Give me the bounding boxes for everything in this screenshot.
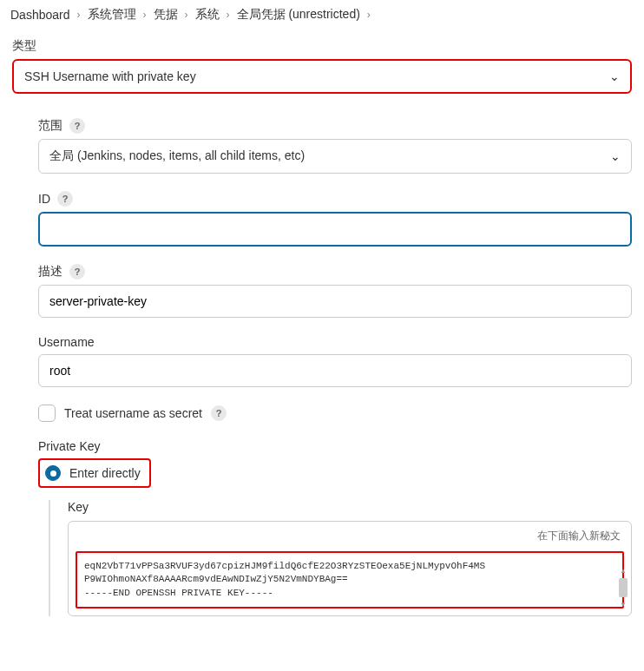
help-icon[interactable]: ?: [57, 191, 73, 207]
chevron-right-icon: ›: [76, 9, 82, 21]
chevron-right-icon: ›: [141, 9, 148, 21]
treat-username-secret-label: Treat username as secret: [64, 406, 202, 420]
private-key-textarea[interactable]: 在下面输入新秘文 eqN2VbT71vPPSa3RVUF3yd67cpizHJM…: [68, 521, 632, 616]
chevron-down-icon: ⌄: [610, 149, 621, 163]
kind-label: 类型: [12, 38, 632, 54]
key-line: -----END OPENSSH PRIVATE KEY-----: [84, 587, 615, 600]
id-input[interactable]: [38, 212, 632, 247]
description-label: 描述: [38, 264, 62, 280]
breadcrumb-dashboard[interactable]: Dashboard: [10, 8, 70, 22]
help-icon[interactable]: ?: [211, 405, 227, 421]
kind-select-value: SSH Username with private key: [24, 69, 196, 83]
treat-username-secret-checkbox[interactable]: [38, 405, 56, 422]
username-label: Username: [38, 335, 95, 349]
chevron-right-icon: ›: [365, 9, 372, 21]
kind-select[interactable]: SSH Username with private key ⌄: [12, 59, 632, 94]
breadcrumb-global-credentials[interactable]: 全局凭据 (unrestricted): [237, 7, 360, 23]
chevron-right-icon: ›: [183, 9, 190, 21]
scope-select-value: 全局 (Jenkins, nodes, items, all child ite…: [49, 148, 305, 164]
help-icon[interactable]: ?: [69, 118, 85, 134]
scope-label: 范围: [38, 118, 62, 134]
scroll-down-icon: ▼: [620, 601, 627, 609]
help-icon[interactable]: ?: [69, 264, 85, 280]
breadcrumb-system[interactable]: 系统: [195, 7, 220, 23]
radio-selected-indicator: [50, 470, 56, 477]
scope-select[interactable]: 全局 (Jenkins, nodes, items, all child ite…: [38, 139, 632, 174]
scroll-up-icon: ▲: [620, 567, 627, 575]
description-input[interactable]: [38, 285, 632, 318]
textarea-hint: 在下面输入新秘文: [537, 529, 621, 543]
scrollbar-thumb[interactable]: [619, 578, 628, 597]
breadcrumb-system-manage[interactable]: 系统管理: [88, 7, 136, 23]
private-key-content[interactable]: eqN2VbT71vPPSa3RVUF3yd67cpizHJM9fildQ6cf…: [76, 551, 624, 609]
chevron-right-icon: ›: [225, 9, 232, 21]
enter-directly-radio[interactable]: [45, 465, 61, 481]
enter-directly-label: Enter directly: [69, 466, 141, 480]
breadcrumb: Dashboard › 系统管理 › 凭据 › 系统 › 全局凭据 (unres…: [0, 0, 644, 30]
key-line: P9WIOhmoNAXf8AAAARcm9vdEAwNDIwZjY5N2VmND…: [84, 573, 615, 586]
key-line: eqN2VbT71vPPSa3RVUF3yd67cpizHJM9fildQ6cf…: [84, 560, 615, 573]
id-label: ID: [38, 192, 50, 206]
breadcrumb-credentials[interactable]: 凭据: [154, 7, 178, 23]
key-label: Key: [68, 500, 89, 514]
chevron-down-icon: ⌄: [609, 69, 620, 83]
enter-directly-radio-row[interactable]: Enter directly: [38, 458, 151, 488]
username-input[interactable]: [38, 354, 632, 387]
private-key-label: Private Key: [38, 439, 101, 453]
scrollbar[interactable]: ▲ ▼: [617, 567, 629, 609]
